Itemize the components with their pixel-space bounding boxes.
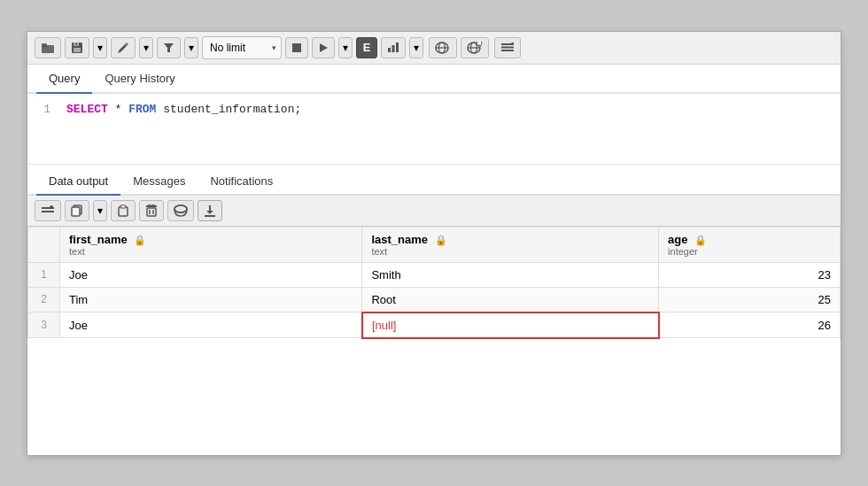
svg-rect-5 xyxy=(75,42,77,45)
run-button[interactable] xyxy=(312,37,335,58)
db-circle-button[interactable] xyxy=(429,37,457,58)
query-tabs-bar: Query Query History xyxy=(27,65,841,94)
copy-button[interactable] xyxy=(65,200,89,221)
pen-chevron-button[interactable]: ▾ xyxy=(139,37,153,58)
svg-rect-4 xyxy=(74,48,81,52)
svg-rect-11 xyxy=(396,42,399,52)
run-chevron-button[interactable]: ▾ xyxy=(338,37,353,58)
svg-rect-25 xyxy=(42,211,54,212)
query-code: SELECT * FROM student_information; xyxy=(59,103,841,146)
paste-icon xyxy=(117,204,129,217)
cell-last-name-3-null[interactable]: [null] xyxy=(362,312,659,338)
pen-button[interactable] xyxy=(111,37,136,58)
header-rownum xyxy=(28,227,60,262)
cell-age-3[interactable]: 26 xyxy=(659,312,841,338)
filter-icon xyxy=(163,42,174,53)
header-first-name[interactable]: first_name 🔒 text xyxy=(60,227,362,262)
line-numbers: 1 xyxy=(27,103,59,146)
table-name: student_information; xyxy=(156,103,301,116)
filter-button[interactable] xyxy=(157,37,181,58)
db-server-icon: + xyxy=(467,42,483,54)
first-name-lock-icon: 🔒 xyxy=(134,235,146,245)
svg-rect-20 xyxy=(501,43,514,45)
svg-marker-6 xyxy=(164,43,174,52)
star-symbol: * xyxy=(108,103,128,116)
filter-results-button[interactable] xyxy=(167,200,194,221)
tab-data-output[interactable]: Data output xyxy=(36,168,120,196)
last-name-lock-icon: 🔒 xyxy=(435,235,447,245)
svg-rect-21 xyxy=(501,47,514,49)
svg-rect-9 xyxy=(388,48,391,52)
svg-rect-1 xyxy=(42,43,47,47)
add-row-button[interactable] xyxy=(35,200,61,221)
row-number-3: 3 xyxy=(28,312,60,338)
svg-rect-22 xyxy=(501,50,514,51)
db-circle-icon xyxy=(435,42,451,54)
svg-rect-7 xyxy=(292,43,301,52)
delete-row-icon xyxy=(145,204,158,217)
svg-marker-8 xyxy=(320,43,328,52)
cell-first-name-2[interactable]: Tim xyxy=(60,287,362,312)
no-limit-select[interactable]: No limit xyxy=(202,36,282,59)
filter-chevron-button[interactable]: ▾ xyxy=(184,37,198,58)
row-number-2: 2 xyxy=(28,287,60,312)
tab-messages[interactable]: Messages xyxy=(120,168,198,196)
data-table: first_name 🔒 text last_name 🔒 text age 🔒… xyxy=(27,227,841,339)
save-button[interactable] xyxy=(65,37,89,58)
explain-icon: E xyxy=(363,41,371,54)
header-age[interactable]: age 🔒 integer xyxy=(659,227,841,262)
pen-icon xyxy=(117,42,129,54)
table-row: 1 Joe Smith 23 xyxy=(28,262,841,287)
cell-last-name-1[interactable]: Smith xyxy=(362,262,659,287)
cell-first-name-3[interactable]: Joe xyxy=(60,312,362,338)
keyword-select: SELECT xyxy=(66,103,108,116)
tab-query-history[interactable]: Query History xyxy=(92,65,187,94)
cell-last-name-2[interactable]: Root xyxy=(362,287,659,312)
tab-query[interactable]: Query xyxy=(36,65,92,94)
download-icon xyxy=(204,204,216,217)
keyword-from: FROM xyxy=(128,103,156,116)
run-icon xyxy=(318,42,329,53)
download-button[interactable] xyxy=(198,200,222,221)
svg-rect-10 xyxy=(392,45,395,52)
results-toolbar: ▾ xyxy=(27,196,841,227)
save-chevron-button[interactable]: ▾ xyxy=(93,37,107,58)
add-row-icon xyxy=(41,204,55,216)
svg-text:+: + xyxy=(477,42,480,47)
main-toolbar: ▾ ▾ ▾ No limit ▾ xyxy=(27,32,841,65)
tab-notifications[interactable]: Notifications xyxy=(198,168,285,196)
results-tabs-bar: Data output Messages Notifications xyxy=(27,168,841,196)
header-last-name[interactable]: last_name 🔒 text xyxy=(362,227,659,262)
chart-button[interactable] xyxy=(381,37,406,58)
chart-icon xyxy=(387,42,399,53)
menu-icon xyxy=(500,42,515,53)
results-table: first_name 🔒 text last_name 🔒 text age 🔒… xyxy=(27,227,841,455)
save-icon xyxy=(71,42,83,54)
cell-first-name-1[interactable]: Joe xyxy=(60,262,362,287)
svg-rect-31 xyxy=(120,205,126,208)
svg-rect-32 xyxy=(147,208,156,216)
main-window: ▾ ▾ ▾ No limit ▾ xyxy=(27,31,841,456)
paste-button[interactable] xyxy=(111,200,136,221)
table-row: 3 Joe [null] 26 xyxy=(28,312,841,338)
db-server-button[interactable]: + xyxy=(461,37,489,58)
stop-button[interactable] xyxy=(285,37,308,58)
svg-rect-29 xyxy=(72,207,80,216)
filter-results-icon xyxy=(174,204,188,217)
menu-button[interactable] xyxy=(494,37,521,58)
svg-point-39 xyxy=(174,205,187,212)
stop-icon xyxy=(291,42,302,53)
table-row: 2 Tim Root 25 xyxy=(28,287,841,312)
delete-row-button[interactable] xyxy=(139,200,164,221)
no-limit-dropdown-wrap: No limit ▾ xyxy=(202,36,282,59)
age-lock-icon: 🔒 xyxy=(694,235,707,245)
row-number-1: 1 xyxy=(28,262,60,287)
query-editor[interactable]: 1 SELECT * FROM student_information; xyxy=(27,94,841,165)
table-header-row: first_name 🔒 text last_name 🔒 text age 🔒… xyxy=(28,227,841,262)
cell-age-2[interactable]: 25 xyxy=(659,287,841,312)
cell-age-1[interactable]: 23 xyxy=(659,262,841,287)
explain-button[interactable]: E xyxy=(356,37,377,58)
chart-chevron-button[interactable]: ▾ xyxy=(409,37,423,58)
copy-chevron-button[interactable]: ▾ xyxy=(93,200,107,221)
open-folder-button[interactable] xyxy=(35,37,61,58)
